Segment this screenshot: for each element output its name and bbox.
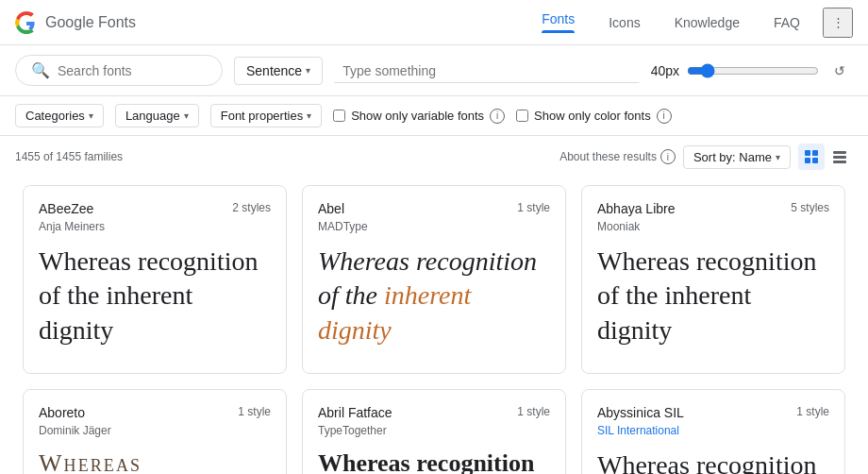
- font-styles: 1 style: [517, 201, 550, 214]
- font-properties-button[interactable]: Font properties ▾: [210, 104, 322, 127]
- font-author: Anja Meiners: [39, 220, 271, 233]
- grid-icon: [804, 149, 819, 164]
- font-card-header: Abel 1 style: [318, 201, 550, 216]
- font-card-header: Abhaya Libre 5 styles: [597, 201, 829, 216]
- toolbar: 🔍 Sentence ▾ 40px ↺: [0, 45, 868, 96]
- font-styles: 1 style: [796, 405, 829, 418]
- font-preview: Whereas recognition of the inherent dign…: [318, 245, 550, 347]
- main-nav: Fonts Icons Knowledge FAQ: [526, 4, 815, 41]
- search-icon: 🔍: [31, 61, 50, 79]
- preview-input[interactable]: [334, 59, 639, 83]
- size-slider[interactable]: [687, 63, 819, 78]
- font-styles: 1 style: [238, 405, 271, 418]
- font-preview: Whereas Recognition of The Inherent Dign…: [39, 449, 271, 474]
- font-name: ABeeZee: [39, 201, 93, 216]
- font-card-abeezee[interactable]: ABeeZee 2 styles Anja Meiners Whereas re…: [23, 185, 287, 374]
- logo[interactable]: Google Fonts: [15, 11, 136, 34]
- color-fonts-filter: Show only color fonts i: [516, 109, 672, 124]
- svg-rect-2: [805, 158, 810, 163]
- filter-bar: Categories ▾ Language ▾ Font properties …: [0, 96, 868, 136]
- size-label: 40px: [651, 63, 679, 78]
- results-bar: 1455 of 1455 families About these result…: [0, 136, 868, 178]
- font-card-header: ABeeZee 2 styles: [39, 201, 271, 216]
- font-card-aboreto[interactable]: Aboreto 1 style Dominik Jäger Whereas Re…: [23, 389, 287, 474]
- categories-button[interactable]: Categories ▾: [15, 104, 104, 127]
- nav-faq[interactable]: FAQ: [759, 8, 815, 38]
- grid-view-button[interactable]: [798, 144, 825, 170]
- nav-fonts[interactable]: Fonts: [526, 4, 590, 41]
- language-button[interactable]: Language ▾: [115, 104, 199, 127]
- font-card-header: Abril Fatface 1 style: [318, 405, 550, 420]
- font-preview: Whereas recognition of the inherent dign…: [597, 449, 829, 474]
- nav-knowledge[interactable]: Knowledge: [659, 8, 755, 38]
- chevron-down-icon: ▾: [776, 152, 780, 162]
- size-control: 40px ↺: [651, 58, 853, 84]
- variable-fonts-checkbox[interactable]: [333, 110, 345, 122]
- header: Google Fonts Fonts Icons Knowledge FAQ ⋮: [0, 0, 868, 45]
- font-name: Abril Fatface: [318, 405, 392, 420]
- font-name: Abhaya Libre: [597, 201, 676, 216]
- more-options-button[interactable]: ⋮: [823, 8, 853, 38]
- font-name: Abyssinica SIL: [597, 405, 684, 420]
- variable-fonts-label: Show only variable fonts: [351, 109, 484, 123]
- svg-rect-0: [805, 150, 810, 156]
- search-box: 🔍: [15, 55, 223, 86]
- font-name: Abel: [318, 201, 344, 216]
- font-styles: 5 styles: [791, 201, 829, 214]
- list-view-button[interactable]: [826, 144, 853, 170]
- variable-fonts-filter: Show only variable fonts i: [333, 109, 505, 124]
- font-card-abhaya[interactable]: Abhaya Libre 5 styles Mooniak Whereas re…: [581, 185, 845, 374]
- font-card-header: Aboreto 1 style: [39, 405, 271, 420]
- font-preview: Whereas recognition of the inherent dign…: [39, 245, 271, 347]
- font-card-abel[interactable]: Abel 1 style MADType Whereas recognition…: [302, 185, 566, 374]
- sentence-dropdown[interactable]: Sentence ▾: [234, 57, 323, 85]
- slider-container: [687, 63, 819, 78]
- font-preview: Whereas recognition of the inherent dign…: [318, 449, 550, 474]
- font-author: Mooniak: [597, 220, 829, 233]
- font-styles: 1 style: [517, 405, 550, 418]
- svg-rect-1: [812, 150, 818, 156]
- about-info-icon[interactable]: i: [660, 149, 676, 164]
- view-toggle: [798, 144, 853, 170]
- font-card-abyssinica[interactable]: Abyssinica SIL 1 style SIL International…: [581, 389, 845, 474]
- nav-active-indicator: [542, 30, 575, 33]
- font-preview: Whereas recognition of the inherent dign…: [597, 245, 829, 347]
- font-author: MADType: [318, 220, 550, 233]
- about-results[interactable]: About these results i: [559, 149, 676, 164]
- results-right: About these results i Sort by: Name ▾: [559, 144, 853, 170]
- font-card-abril[interactable]: Abril Fatface 1 style TypeTogether Where…: [302, 389, 566, 474]
- color-info-icon[interactable]: i: [657, 109, 672, 124]
- search-input[interactable]: [58, 63, 190, 78]
- font-grid: ABeeZee 2 styles Anja Meiners Whereas re…: [0, 178, 868, 474]
- chevron-down-icon: ▾: [89, 110, 93, 121]
- chevron-down-icon: ▾: [306, 65, 310, 76]
- variable-info-icon[interactable]: i: [490, 109, 505, 124]
- font-card-header: Abyssinica SIL 1 style: [597, 405, 829, 420]
- color-fonts-label: Show only color fonts: [534, 109, 651, 123]
- chevron-down-icon: ▾: [184, 110, 189, 121]
- font-styles: 2 styles: [232, 201, 271, 214]
- color-fonts-checkbox[interactable]: [516, 110, 528, 122]
- font-author: TypeTogether: [318, 424, 550, 437]
- svg-rect-5: [833, 156, 846, 159]
- results-count: 1455 of 1455 families: [15, 150, 123, 163]
- google-logo-icon: [15, 11, 38, 34]
- nav-icons[interactable]: Icons: [593, 8, 655, 38]
- logo-text: Google Fonts: [45, 14, 136, 31]
- font-author-link[interactable]: SIL International: [597, 424, 829, 437]
- font-name: Aboreto: [39, 405, 85, 420]
- chevron-down-icon: ▾: [307, 110, 311, 121]
- svg-rect-3: [812, 158, 818, 163]
- svg-rect-4: [833, 151, 846, 154]
- reset-button[interactable]: ↺: [826, 58, 853, 84]
- font-author: Dominik Jäger: [39, 424, 271, 437]
- list-icon: [832, 149, 847, 164]
- sort-button[interactable]: Sort by: Name ▾: [683, 145, 791, 169]
- svg-rect-6: [833, 161, 846, 163]
